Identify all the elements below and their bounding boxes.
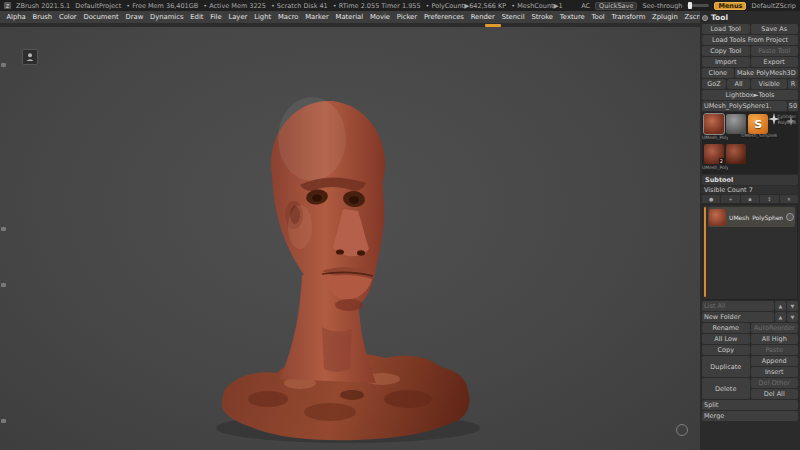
duplicate-button[interactable]: Duplicate [702,356,750,377]
menu-item[interactable]: Color [56,13,81,21]
subtool-list[interactable]: UMesh_PolySphere1 [702,204,798,300]
tool-thumb-history[interactable]: 2 UMesh_PolySph [704,144,724,164]
insert-button[interactable]: Insert [751,367,799,377]
quicksave-button[interactable]: QuickSave [595,2,637,10]
merge-button[interactable]: Merge [702,411,798,421]
eye-icon[interactable] [786,213,794,221]
split-button[interactable]: Split [702,400,798,410]
subtool-item-selected[interactable]: UMesh_PolySphere1 [708,207,795,227]
all-low-button[interactable]: All Low [702,334,750,344]
menu-item[interactable]: Texture [556,13,588,21]
titlebar-stat: • Scratch Disk 41 [271,2,328,10]
export-button[interactable]: Export [751,57,799,67]
move-up-button[interactable]: ▲ [775,301,786,311]
titlebar-stat: • Active Mem 3225 [203,2,266,10]
menu-item[interactable]: Movie [367,13,394,21]
append-button[interactable]: Append [751,356,799,366]
autoreorder-button: AutoReorder [751,323,799,333]
menu-item[interactable]: Material [332,13,366,21]
see-through-slider-knob[interactable] [688,2,692,9]
new-folder-button[interactable]: New Folder [702,312,774,322]
menu-item[interactable]: Render [467,13,498,21]
menu-item[interactable]: Stroke [528,13,556,21]
add-icon[interactable]: + [721,195,739,203]
eye-icon[interactable]: ● [702,195,720,203]
tool-thumbnail-grid: Cylinder PolyMes UMesh_PolySph S UMesh_S… [702,112,798,174]
clone-button[interactable]: Clone [702,68,734,78]
subtool-title: Subtool [705,176,733,184]
sculpt-head-model[interactable] [0,27,700,450]
load-tool-button[interactable]: Load Tool [702,24,750,34]
menu-item[interactable]: Picker [393,13,420,21]
menu-item[interactable]: Alpha [3,13,29,21]
see-through-slider[interactable] [687,4,709,7]
goz-button[interactable]: GoZ [702,79,726,89]
titlebar-stat: • Free Mem 36,401GB [126,2,198,10]
menu-item[interactable]: Stencil [498,13,528,21]
del-all-button[interactable]: Del All [751,389,799,399]
subtool-mini-toolbar: ● + ▪ ↕ ✕ [702,195,798,203]
project-name: DefaultProject [75,2,121,10]
lightbox-tools-button[interactable]: Lightbox►Tools [702,90,798,100]
solo-icon[interactable]: ▪ [741,195,759,203]
document-user-button[interactable] [22,49,38,65]
ruler-mark [1,419,6,423]
make-polymesh3d-button[interactable]: Make PolyMesh3D [735,68,798,78]
default-zscript-label: DefaultZScrip [751,2,796,10]
menu-item[interactable]: Document [80,13,122,21]
titlebar-stat: • PolyCount▶642,566 KP [426,2,507,10]
tool-thumb-simplebrush[interactable]: S UMesh_Simple8 [748,114,768,134]
subtool-label: UMesh_PolySphere1 [729,214,783,221]
current-tool-button[interactable]: UMesh_PolySphere1. [702,101,787,111]
menu-item[interactable]: Brush [29,13,55,21]
tool-thumb-current[interactable]: UMesh_PolySph [704,114,724,134]
zbrush-window: Z ZBrush 2021.5.1 DefaultProject • Free … [0,0,800,450]
move-down-button[interactable]: ▼ [787,301,798,311]
goz-r-button[interactable]: R [788,79,798,89]
tool-thumb-label: UMesh_PolySph [702,165,728,170]
menu-item[interactable]: Draw [122,13,147,21]
folder-up-button[interactable]: ▲ [775,312,786,322]
camera-gizmo-icon[interactable] [676,424,688,436]
load-tools-from-project-button[interactable]: Load Tools From Project [702,35,798,45]
titlebar-stat: • MeshCount▶1 [511,2,562,10]
paste-subtool-button: Paste [751,345,799,355]
tool-thumb-label: UMesh_PolySph [702,135,728,140]
tool-thumb-history[interactable] [726,144,746,164]
all-high-button[interactable]: All High [751,334,799,344]
move-updown-icon[interactable]: ↕ [760,195,778,203]
menu-item[interactable]: Marker [302,13,332,21]
menus-button[interactable]: Menus [714,2,746,10]
menu-item[interactable]: Edit [187,13,207,21]
menu-item[interactable]: Macro [275,13,302,21]
subtool-scrollbar[interactable] [704,207,706,297]
delete-button[interactable]: Delete [702,378,750,399]
goz-visible-button[interactable]: Visible [751,79,787,89]
ruler-mark [1,227,6,231]
menu-item[interactable]: Preferences [420,13,467,21]
save-as-button[interactable]: Save As [751,24,799,34]
menu-bar: Alpha Brush Color Document Draw Dynamics… [0,11,700,23]
copy-subtool-button[interactable]: Copy [702,345,750,355]
menu-item[interactable]: Light [251,13,275,21]
tool-palette-header[interactable]: Tool [702,12,798,23]
goz-all-button[interactable]: All [727,79,751,89]
ac-label: AC [581,2,590,10]
list-all-button[interactable]: List All [702,301,774,311]
menu-item[interactable]: Layer [225,13,251,21]
close-icon[interactable]: ✕ [780,195,798,203]
zbrush-logo-icon: Z [4,2,11,9]
menu-item[interactable]: Zplugin [649,13,681,21]
viewport-canvas[interactable] [0,27,700,450]
subtool-section-header[interactable]: Subtool [702,175,798,185]
menu-item[interactable]: Tool [588,13,608,21]
copy-tool-button[interactable]: Copy Tool [702,46,750,56]
menu-item[interactable]: Dynamics [147,13,187,21]
rename-button[interactable]: Rename [702,323,750,333]
tool-thumb-polysphere[interactable] [726,114,746,134]
menu-item[interactable]: Transform [608,13,649,21]
import-button[interactable]: Import [702,57,750,67]
folder-down-button[interactable]: ▼ [787,312,798,322]
palette-title: Tool [711,13,728,22]
menu-item[interactable]: File [207,13,225,21]
